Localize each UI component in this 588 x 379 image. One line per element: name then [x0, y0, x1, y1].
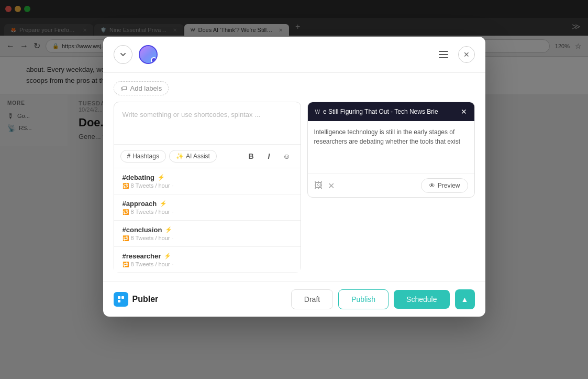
compose-section: Write something or use shortcodes, spint…: [114, 102, 301, 273]
article-favicon: W: [315, 109, 320, 115]
hashtag-0-stats: 8 Tweets / hour: [131, 182, 170, 189]
publer-logo: Publer: [114, 292, 159, 307]
hashtag-item-1[interactable]: #approach ⚡ 🔁 8 Tweets / hour ·: [114, 194, 301, 221]
sparkle-icon: ✨: [176, 153, 184, 160]
lightning-icon-0: ⚡: [158, 174, 165, 181]
publish-btn[interactable]: Publish: [338, 289, 389, 309]
hashtag-1-stats: 8 Tweets / hour: [131, 209, 170, 215]
ai-assist-btn[interactable]: ✨ AI Assist: [169, 150, 217, 163]
modal-header: ✕: [103, 37, 485, 73]
text-placeholder[interactable]: Write something or use shortcodes, spint…: [123, 111, 292, 118]
publer-icon: [114, 292, 128, 307]
svg-rect-1: [121, 296, 124, 299]
text-editor-area[interactable]: Write something or use shortcodes, spint…: [114, 102, 301, 144]
close-article-btn[interactable]: ✕: [461, 107, 467, 116]
add-labels-btn[interactable]: 🏷 Add labels: [114, 81, 169, 95]
close-modal-btn[interactable]: ✕: [458, 46, 475, 63]
retweet-icon-3: 🔁: [123, 262, 129, 267]
image-action-btn[interactable]: 🖼: [314, 181, 323, 190]
svg-rect-0: [118, 296, 120, 299]
expand-icon: ▲: [461, 295, 469, 304]
editor-toolbar: # Hashtags ✨ AI Assist B: [114, 144, 301, 168]
hashtags-btn[interactable]: # Hashtags: [120, 150, 166, 163]
compose-left-panel: Write something or use shortcodes, spint…: [114, 102, 301, 273]
avatar: [139, 45, 158, 64]
article-action-row: 🖼 ✕ 👁 Preview: [308, 174, 474, 197]
publer-label: Publer: [132, 295, 159, 304]
article-card: W e Still Figuring That Out - Tech News …: [307, 102, 475, 198]
svg-rect-2: [118, 300, 120, 302]
hash-icon: #: [127, 153, 131, 160]
retweet-icon-0: 🔁: [123, 183, 129, 189]
hashtag-1-name: #approach: [123, 200, 157, 208]
chevron-down-btn[interactable]: [114, 45, 132, 64]
hashtag-2-stats: 8 Tweets / hour: [131, 235, 170, 241]
close-icon: ✕: [463, 50, 470, 59]
hashtag-item-2[interactable]: #conclusion ⚡ 🔁 8 Tweets / hour ·: [114, 221, 301, 247]
hashtag-2-name: #conclusion: [123, 226, 162, 234]
delete-action-btn[interactable]: ✕: [328, 181, 335, 191]
schedule-btn[interactable]: Schedule: [394, 290, 449, 309]
modal-body: 🏷 Add labels Write something or use shor…: [103, 73, 485, 281]
hashtag-0-name: #debating: [123, 174, 154, 181]
compose-modal: ✕ 🏷 Add labels Write something or: [103, 37, 485, 317]
lightning-icon-3: ⚡: [164, 253, 171, 259]
lightning-icon-2: ⚡: [165, 226, 172, 233]
avatar-badge: [151, 57, 157, 63]
add-labels-text: Add labels: [130, 84, 162, 92]
emoji-btn[interactable]: ☺: [280, 149, 294, 164]
retweet-icon-1: 🔁: [123, 209, 129, 215]
article-body-preview: Intelligence technology is still in the …: [308, 121, 474, 174]
article-header: W e Still Figuring That Out - Tech News …: [308, 102, 474, 121]
draft-btn[interactable]: Draft: [291, 289, 333, 309]
article-title-preview: e Still Figuring That Out - Tech News Br…: [323, 108, 458, 115]
expand-btn[interactable]: ▲: [455, 289, 475, 309]
hashtag-3-stats: 8 Tweets / hour: [131, 261, 170, 267]
eye-icon: 👁: [429, 182, 435, 189]
preview-btn[interactable]: 👁 Preview: [421, 178, 468, 193]
hamburger-menu-btn[interactable]: [435, 46, 452, 63]
tag-icon: 🏷: [120, 84, 127, 92]
hashtag-item-0[interactable]: #debating ⚡ 🔁 8 Tweets / hour ·: [114, 168, 301, 194]
bold-btn[interactable]: B: [244, 149, 259, 164]
hashtag-item-3[interactable]: #researcher ⚡ 🔁 8 Tweets / hour ·: [114, 247, 301, 273]
compose-preview-container: Write something or use shortcodes, spint…: [114, 102, 475, 273]
lightning-icon-1: ⚡: [160, 200, 167, 207]
hashtag-3-name: #researcher: [123, 252, 161, 260]
modal-overlay: ✕ 🏷 Add labels Write something or: [0, 0, 588, 379]
label-section: 🏷 Add labels: [114, 81, 475, 95]
retweet-icon-2: 🔁: [123, 235, 129, 241]
hashtag-dropdown: #debating ⚡ 🔁 8 Tweets / hour ·: [114, 168, 301, 273]
article-preview-panel: W e Still Figuring That Out - Tech News …: [307, 102, 475, 273]
modal-footer: Publer Draft Publish Schedule ▲: [103, 281, 485, 317]
article-preview-text: Intelligence technology is still in the …: [314, 127, 468, 146]
italic-btn[interactable]: I: [262, 149, 276, 164]
